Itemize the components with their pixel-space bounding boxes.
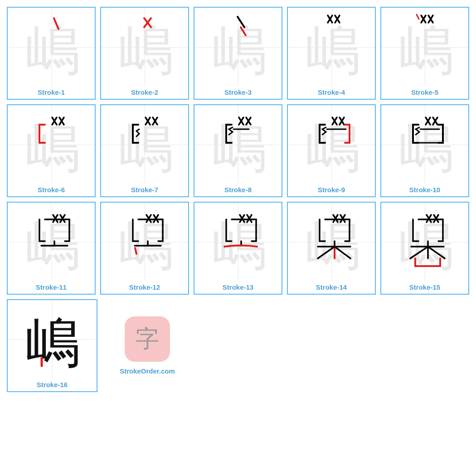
ghost-text-4: 嶋 <box>306 20 360 80</box>
stroke-row-3: 嶋 Stroke-11 <box>5 199 471 297</box>
stroke-row-4: 嶋 Stroke-16 字 StrokeOrder.com <box>5 297 471 394</box>
stroke-svg-14: 嶋 <box>297 205 369 275</box>
stroke-svg-4: 嶋 <box>297 10 369 80</box>
logo-card[interactable]: 字 StrokeOrder.com <box>102 299 193 392</box>
logo-char: 字 <box>136 323 159 355</box>
ghost-text-3: 嶋 <box>213 20 267 80</box>
logo-icon: 字 <box>125 316 170 362</box>
char-area-13: 嶋 <box>194 203 282 281</box>
stroke-label-5: Stroke-5 <box>381 86 468 99</box>
stroke-svg-16: 嶋 <box>17 302 89 373</box>
char-area-14: 嶋 <box>288 203 375 281</box>
stroke-svg-7: 嶋 <box>110 107 183 178</box>
stroke-label-2: Stroke-2 <box>101 86 188 99</box>
stroke-card-12: 嶋 Stroke-12 <box>100 202 189 295</box>
ghost-text-7: 嶋 <box>119 118 174 178</box>
stroke-label-11: Stroke-11 <box>8 281 95 294</box>
char-area-2: 嶋 <box>101 8 188 86</box>
ghost-text-8: 嶋 <box>213 118 267 178</box>
stroke-row-2: 嶋 Stroke-6 嶋 <box>5 102 471 199</box>
active-5e <box>417 15 419 19</box>
stroke-svg-5: 嶋 <box>390 10 463 80</box>
stroke-svg-3: 嶋 <box>204 10 276 80</box>
stroke-svg-2: 嶋 <box>110 10 183 80</box>
stroke-label-12: Stroke-12 <box>101 281 188 294</box>
stroke-svg-8: 嶋 <box>204 107 276 178</box>
stroke-label-7: Stroke-7 <box>101 184 188 196</box>
char-area-3: 嶋 <box>194 8 282 86</box>
stroke-card-6: 嶋 Stroke-6 <box>7 104 96 197</box>
stroke-label-15: Stroke-15 <box>381 281 468 294</box>
stroke-label-3: Stroke-3 <box>194 86 282 99</box>
char-area-12: 嶋 <box>101 203 188 281</box>
stroke-svg-11: 嶋 <box>17 205 89 275</box>
stroke-card-4: 嶋 Stroke-4 <box>287 7 376 100</box>
stroke-label-10: Stroke-10 <box>381 184 468 196</box>
stroke-card-14: 嶋 Stroke-14 <box>287 202 376 295</box>
ghost-text-1: 嶋 <box>26 20 80 80</box>
ghost-text-10: 嶋 <box>399 118 454 178</box>
ghost-text-9: 嶋 <box>306 118 360 178</box>
main-char-16: 嶋 <box>26 313 80 373</box>
ghost-text-14: 嶋 <box>306 215 360 275</box>
stroke-card-3: 嶋 Stroke-3 <box>194 7 282 100</box>
char-area-4: 嶋 <box>288 8 375 86</box>
stroke-label-14: Stroke-14 <box>288 281 375 294</box>
char-area-11: 嶋 <box>8 203 95 281</box>
stroke-svg-15: 嶋 <box>390 205 463 275</box>
stroke-label-9: Stroke-9 <box>288 184 375 196</box>
stroke-row-1: 嶋 Stroke-1 嶋 Stroke-2 <box>5 5 471 102</box>
ghost-text-5: 嶋 <box>399 20 454 80</box>
char-area-8: 嶋 <box>194 105 282 184</box>
stroke-svg-9: 嶋 <box>297 107 369 178</box>
char-area-16: 嶋 <box>8 300 97 379</box>
stroke-card-9: 嶋 Stroke-9 <box>287 104 376 197</box>
stroke-card-15: 嶋 Stroke-15 <box>380 202 469 295</box>
ghost-text-6: 嶋 <box>26 118 80 178</box>
char-area-15: 嶋 <box>381 203 468 281</box>
char-area-9: 嶋 <box>288 105 375 184</box>
stroke-label-13: Stroke-13 <box>194 281 282 294</box>
stroke-svg-6: 嶋 <box>17 107 89 178</box>
stroke-svg-13: 嶋 <box>204 205 276 275</box>
stroke-label-1: Stroke-1 <box>8 86 95 99</box>
stroke-card-1: 嶋 Stroke-1 <box>7 7 96 100</box>
char-area-10: 嶋 <box>381 105 468 184</box>
stroke-label-4: Stroke-4 <box>288 86 375 99</box>
char-area-7: 嶋 <box>101 105 188 184</box>
stroke-svg-12: 嶋 <box>110 205 183 275</box>
stroke-svg-10: 嶋 <box>390 107 463 178</box>
logo-label: StrokeOrder.com <box>120 367 175 375</box>
stroke-label-16: Stroke-16 <box>8 379 97 391</box>
stroke-card-10: 嶋 Stroke-10 <box>380 104 469 197</box>
stroke-svg-1: 嶋 <box>17 10 89 80</box>
char-area-1: 嶋 <box>8 8 95 86</box>
ghost-text-2: 嶋 <box>119 20 174 80</box>
char-area-5: 嶋 <box>381 8 468 86</box>
stroke-label-8: Stroke-8 <box>194 184 282 196</box>
stroke-card-16: 嶋 Stroke-16 <box>7 299 97 392</box>
stroke-card-13: 嶋 Stroke-13 <box>194 202 282 295</box>
stroke-label-6: Stroke-6 <box>8 184 95 196</box>
stroke-card-7: 嶋 Stroke-7 <box>100 104 189 197</box>
stroke-card-2: 嶋 Stroke-2 <box>100 7 189 100</box>
stroke-card-5: 嶋 Stroke-5 <box>380 7 469 100</box>
char-area-6: 嶋 <box>8 105 95 184</box>
stroke-card-8: 嶋 Stroke-8 <box>194 104 282 197</box>
stroke-card-11: 嶋 Stroke-11 <box>7 202 96 295</box>
